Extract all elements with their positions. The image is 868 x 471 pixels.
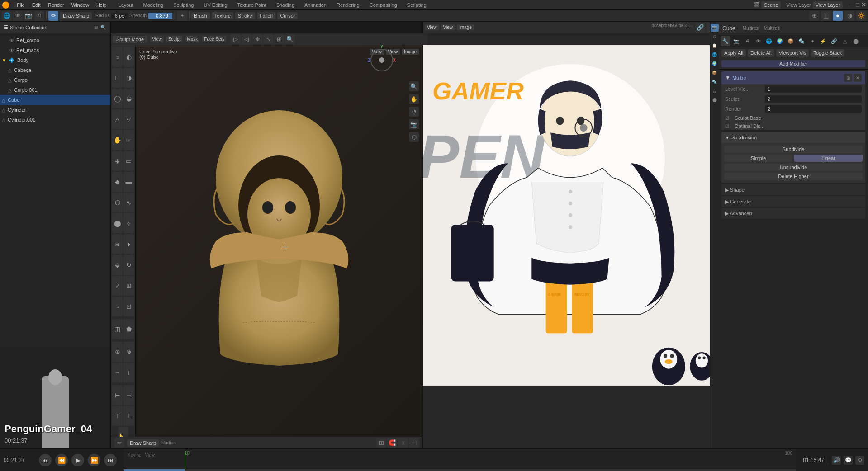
simplify-brush-btn[interactable]: ⊡	[123, 297, 134, 316]
transform-btn-2[interactable]: ⊗	[123, 342, 134, 362]
bottom-btn-2[interactable]: ⊣	[123, 385, 134, 405]
overlay-btn[interactable]: ⊕	[809, 11, 819, 21]
vtab-view-layer[interactable]: 📋	[711, 42, 719, 50]
vtab-render[interactable]: 📷	[711, 24, 719, 32]
radius-field[interactable]: 6 px	[111, 13, 128, 19]
workspace-modeling[interactable]: Modeling	[139, 1, 168, 9]
rendered-btn[interactable]: 🔆	[856, 11, 866, 21]
multires-icon-2[interactable]: ✕	[854, 74, 862, 82]
stroke-type-btn[interactable]: Stroke	[235, 12, 255, 19]
transform-btn-3[interactable]: ↔	[112, 363, 123, 382]
crease-brush-btn[interactable]: ∿	[123, 193, 134, 212]
draw-sharp-btn[interactable]: Draw Sharp	[60, 12, 92, 19]
sculpt-icon-2[interactable]: ◁	[242, 34, 251, 44]
object-prop-icon[interactable]: 📦	[786, 36, 796, 46]
tree-item-body[interactable]: ▼ 💠 Body	[0, 55, 110, 65]
main-3d-viewport[interactable]: User Perspective (0) Cube View View Imag…	[136, 45, 422, 448]
render-prop-icon[interactable]: 📷	[731, 36, 741, 46]
workspace-compositing[interactable]: Compositing	[365, 1, 402, 9]
sculpt-icon-1[interactable]: ▷	[231, 34, 241, 44]
menu-file[interactable]: File	[13, 1, 28, 9]
unsubdivide-btn[interactable]: Unsubdivide	[724, 164, 863, 171]
menu-window[interactable]: Window	[68, 1, 93, 9]
vtab-world[interactable]: 🌍	[711, 60, 719, 68]
workspace-sculpting[interactable]: Sculpting	[169, 1, 198, 9]
slide-brush-btn[interactable]: ⤢	[112, 276, 123, 296]
ref-view2-btn[interactable]: View	[441, 24, 455, 30]
advanced-header[interactable]: ▶ Advanced	[721, 208, 865, 219]
pinch2-brush-btn[interactable]: ▽	[123, 109, 134, 129]
rotate-brush-btn[interactable]: ↻	[123, 255, 134, 275]
blob-brush-btn[interactable]: ⬤	[112, 213, 123, 233]
close-btn[interactable]: ✕	[861, 1, 866, 8]
face-sets-btn[interactable]: Face Sets	[202, 36, 226, 42]
filter-icon[interactable]: ⊞	[93, 24, 99, 30]
clay2-brush-btn[interactable]: ◑	[123, 68, 134, 88]
nudge-brush-btn[interactable]: ⬙	[112, 255, 123, 275]
nav-gizmo[interactable]: X Y Z	[370, 49, 395, 74]
inflate-brush-btn[interactable]: ◈	[112, 151, 123, 171]
settings-status-icon[interactable]: ⚙	[855, 456, 864, 465]
last-frame-btn[interactable]: ⏭	[104, 454, 117, 466]
sculpt-mode-dropdown[interactable]: Sculpt Mode	[113, 36, 147, 43]
pinch-brush-btn[interactable]: △	[112, 109, 123, 129]
subdivide-btn[interactable]: Subdivide	[724, 146, 863, 153]
delete-all-btn[interactable]: Delete All	[748, 49, 774, 57]
workspace-layout[interactable]: Layout	[114, 1, 138, 9]
first-frame-btn[interactable]: ⏮	[39, 454, 52, 466]
grid-icon[interactable]: ⊞	[376, 438, 386, 448]
viewport-vis-btn[interactable]: Viewport Vis	[776, 49, 809, 57]
mirror-icon[interactable]: ⊣	[409, 438, 419, 448]
delete-higher-btn[interactable]: Delete Higher	[724, 173, 863, 180]
prev-frame-btn[interactable]: ⏪	[55, 454, 68, 466]
render-prop-value[interactable]: 2	[765, 105, 862, 113]
ref-view1-btn[interactable]: View	[425, 24, 439, 30]
pose-brush-btn[interactable]: ♦	[123, 234, 134, 254]
grab-brush-btn[interactable]: ✋	[112, 130, 123, 150]
vtab-output[interactable]: 🖨	[711, 33, 719, 41]
tree-item-corpo001[interactable]: △ Corpo.001	[0, 85, 110, 95]
tree-item-cube[interactable]: △ Cube	[0, 95, 110, 105]
view-btn[interactable]: View	[150, 36, 164, 42]
add-modifier-btn[interactable]: Add Modifier	[721, 60, 865, 67]
eye-icon-1[interactable]: 👁	[9, 38, 14, 43]
draw2-brush-btn[interactable]: ◐	[123, 47, 134, 67]
tree-item-ref-corpo[interactable]: 👁 Ref_corpo	[0, 35, 110, 45]
shape-header[interactable]: ▶ Shape	[721, 184, 865, 195]
draw-brush-btn[interactable]: ○	[112, 47, 123, 67]
vtab-scene[interactable]: 🌐	[711, 51, 719, 59]
scene-selector[interactable]: Scene	[761, 1, 781, 9]
snake-brush-btn[interactable]: ≋	[112, 234, 123, 254]
view-timeline-label[interactable]: View	[145, 452, 155, 457]
maximize-btn[interactable]: □	[856, 1, 859, 8]
mode-name-btn[interactable]: Draw Sharp	[127, 439, 159, 447]
toggle-stack-btn[interactable]: Toggle Stack	[811, 49, 844, 57]
sculpt-icon-3[interactable]: ✥	[252, 34, 262, 44]
menu-render[interactable]: Render	[44, 1, 68, 9]
minimize-btn[interactable]: ─	[850, 1, 854, 8]
output-prop-icon[interactable]: 🖨	[742, 36, 752, 46]
particles-prop-icon[interactable]: ✦	[807, 36, 817, 46]
transform-btn-1[interactable]: ⊕	[112, 342, 123, 362]
tree-item-corpo[interactable]: △ Corpo	[0, 75, 110, 85]
view-layer-selector[interactable]: View Layer	[813, 1, 843, 9]
workspace-scripting[interactable]: Scripting	[403, 1, 431, 9]
sculpt-icon-6[interactable]: 🔍	[285, 34, 295, 44]
material-prop-icon[interactable]: ⬤	[851, 36, 861, 46]
menu-help[interactable]: Help	[93, 1, 110, 9]
grab2-brush-btn[interactable]: ☞	[123, 130, 134, 150]
flatten-brush-btn[interactable]: ▭	[123, 151, 134, 171]
vtab-data[interactable]: △	[711, 87, 719, 95]
texture-type-btn[interactable]: Texture	[212, 12, 233, 19]
workspace-uv[interactable]: UV Editing	[199, 1, 232, 9]
search-vp-icon[interactable]: 🔍	[409, 81, 419, 91]
transform-btn-4[interactable]: ↕	[123, 363, 134, 382]
keying-label[interactable]: Keying	[128, 452, 142, 457]
mode-icon[interactable]: ✏	[114, 438, 124, 448]
vtab-object[interactable]: 📦	[711, 69, 719, 77]
smooth2-brush-btn[interactable]: ◒	[123, 89, 134, 108]
level-view-value[interactable]: 1	[765, 85, 862, 93]
scrape-brush-btn[interactable]: ▬	[123, 172, 134, 192]
mask-brush-btn[interactable]: ◫	[112, 319, 123, 339]
active-prop-icon[interactable]: 🔧	[721, 36, 730, 46]
